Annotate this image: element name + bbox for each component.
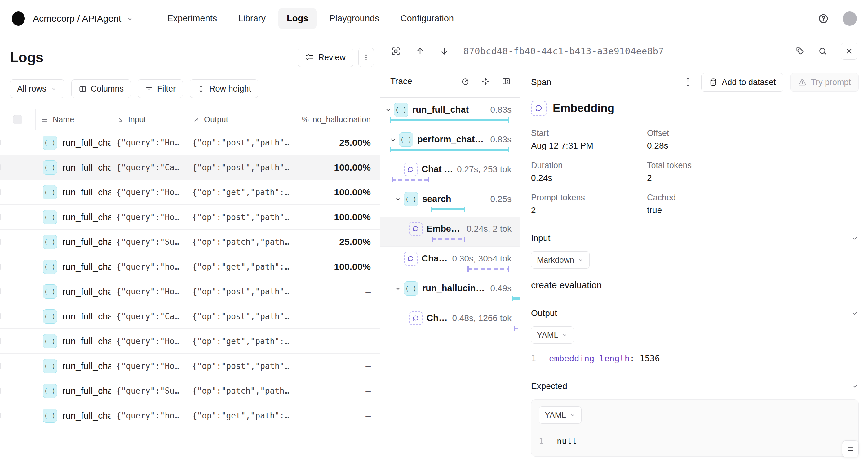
toolbar-button-label: Columns	[91, 84, 124, 94]
toolbar-button-label: Row height	[209, 84, 251, 94]
row-checkbox[interactable]	[0, 289, 1, 294]
table-row[interactable]: ( )run_full_chat{"query":"Ho…{"op":"post…	[0, 279, 380, 304]
row-checkbox[interactable]	[0, 363, 1, 369]
filter-button[interactable]: Filter	[137, 80, 183, 98]
row-name-cell: ( )run_full_chat	[35, 160, 111, 175]
table-row[interactable]: ( )run_full_chat{"query":"Su…{"op":"patc…	[0, 230, 380, 254]
trace-span-row[interactable]: Chat …0.30s, 3054 tok	[380, 246, 520, 276]
expand-fullscreen-button[interactable]	[391, 46, 401, 56]
row-height-button[interactable]: Row height	[190, 80, 258, 98]
table-row[interactable]: ( )run_full_chat{"query":"ho…{"op":"get"…	[0, 254, 380, 279]
span-detail-panel: Span Add to dataset	[521, 65, 868, 469]
avatar[interactable]	[843, 11, 857, 26]
table-row[interactable]: ( )run_full_chat{"query":"Ca…{"op":"post…	[0, 304, 380, 329]
expected-format-select[interactable]: YAML	[539, 406, 582, 424]
tab-configuration[interactable]: Configuration	[392, 8, 462, 29]
output-code-line: 1 embedding_length: 1536	[531, 354, 859, 363]
chevron-down-icon[interactable]	[850, 382, 859, 390]
columns-button[interactable]: Columns	[71, 80, 131, 98]
row-checkbox[interactable]	[0, 239, 1, 245]
code-span-icon: ( )	[43, 136, 57, 150]
column-header-input[interactable]: Input	[111, 110, 187, 130]
chevron-down-icon[interactable]	[394, 285, 402, 293]
trace-span-row[interactable]: ( )perform_chat_st…0.83s	[380, 127, 520, 157]
chevron-down-icon[interactable]	[389, 136, 397, 144]
trace-span-line: Cha…0.48s, 1266 tok	[380, 306, 520, 325]
trace-span-row[interactable]: Embed…0.24s, 2 tok	[380, 217, 520, 246]
tab-experiments[interactable]: Experiments	[159, 8, 225, 29]
table-row[interactable]: ( )run_full_chat{"query":"Ho…{"op":"post…	[0, 205, 380, 230]
row-checkbox[interactable]	[0, 313, 1, 319]
outline-menu-button[interactable]	[842, 440, 859, 457]
select-all-checkbox[interactable]	[13, 115, 22, 124]
column-header-no_hallucination[interactable]: %no_hallucination	[292, 110, 380, 130]
row-checkbox[interactable]	[0, 264, 1, 269]
row-checkbox[interactable]	[0, 214, 1, 220]
row-name-cell: ( )run_full_chat	[35, 210, 111, 224]
search-button[interactable]	[818, 46, 828, 56]
tab-library[interactable]: Library	[230, 8, 274, 29]
row-name: run_full_chat	[62, 237, 111, 247]
row-score: 100.00%	[292, 212, 380, 223]
table-row[interactable]: ( )run_full_chat{"query":"Ho…{"op":"get"…	[0, 180, 380, 205]
chevron-down-icon[interactable]	[850, 309, 859, 317]
row-output: {"op":"get","path":…	[187, 262, 292, 271]
row-input: {"query":"Ca…	[111, 163, 187, 172]
chevron-down-icon	[569, 412, 576, 418]
more-options-button[interactable]	[359, 48, 374, 67]
input-format-select[interactable]: Markdown	[531, 251, 590, 269]
row-checkbox[interactable]	[0, 413, 1, 418]
trace-span-row[interactable]: ( )search0.25s	[380, 187, 520, 217]
row-score: –	[292, 410, 380, 421]
row-checkbox[interactable]	[0, 140, 1, 145]
trace-span-row[interactable]: Cha…0.48s, 1266 tok	[380, 306, 520, 336]
row-checkbox[interactable]	[0, 388, 1, 393]
chevron-down-icon[interactable]	[384, 106, 392, 114]
row-checkbox[interactable]	[0, 338, 1, 344]
panel-collapse-icon	[502, 77, 511, 86]
expected-section-title: Expected	[531, 381, 567, 391]
workspace-switcher[interactable]: Acmecorp / APIAgent	[33, 13, 134, 24]
trace-id-bar: 870bcd48-fb40-44c1-b413-a3e9104ee8b7	[380, 37, 868, 65]
trace-span-row[interactable]: Chat C…0.27s, 253 tok	[380, 157, 520, 187]
next-row-button[interactable]	[439, 46, 449, 56]
timing-toggle-button[interactable]	[461, 77, 470, 86]
timeline-bar	[512, 297, 520, 300]
help-button[interactable]	[818, 13, 829, 24]
row-output: {"op":"post","path"…	[187, 361, 292, 371]
previous-row-button[interactable]	[415, 46, 425, 56]
trace-span-row[interactable]: ( )run_full_chat0.83s	[380, 98, 520, 127]
table-row[interactable]: ( )run_full_chat{"query":"ho…{"op":"get"…	[0, 403, 380, 428]
trace-span-row[interactable]: ( )run_hallucinati…0.49s	[380, 276, 520, 306]
table-row[interactable]: ( )run_full_chat{"query":"Ho…{"op":"post…	[0, 130, 380, 155]
table-row[interactable]: ( )run_full_chat{"query":"Su…{"op":"patc…	[0, 378, 380, 403]
tab-playgrounds[interactable]: Playgrounds	[321, 8, 388, 29]
field-label: Cached	[647, 193, 859, 203]
table-row[interactable]: ( )run_full_chat{"query":"Ho…{"op":"get"…	[0, 329, 380, 354]
try-prompt-label: Try prompt	[811, 78, 851, 87]
table-row[interactable]: ( )run_full_chat{"query":"Ca…{"op":"post…	[0, 155, 380, 180]
input-format-value: Markdown	[537, 255, 574, 265]
resize-handle-button[interactable]	[683, 78, 692, 87]
span-field-prompt-tokens: Prompt tokens2	[531, 193, 647, 215]
chevron-down-icon[interactable]	[394, 195, 402, 203]
row-checkbox[interactable]	[0, 165, 1, 170]
collapse-panel-button[interactable]	[502, 77, 511, 86]
chevron-down-icon[interactable]	[850, 234, 859, 242]
close-inspector-button[interactable]	[841, 43, 858, 60]
arrow-up-icon	[415, 46, 425, 56]
add-to-dataset-button[interactable]: Add to dataset	[701, 73, 783, 91]
row-checkbox[interactable]	[0, 189, 1, 195]
table-row[interactable]: ( )run_full_chat{"query":"Ho…{"op":"post…	[0, 354, 380, 378]
output-format-select[interactable]: YAML	[531, 326, 574, 344]
field-value: Aug 12 7:31 PM	[531, 141, 647, 151]
all-rows-button[interactable]: All rows	[10, 80, 64, 98]
tag-button[interactable]	[795, 46, 805, 56]
try-prompt-button[interactable]: Try prompt	[790, 73, 859, 91]
review-button[interactable]: Review	[298, 48, 353, 67]
tab-logs[interactable]: Logs	[278, 8, 316, 29]
row-name-cell: ( )run_full_chat	[35, 235, 111, 249]
collapse-all-button[interactable]	[481, 77, 490, 86]
column-header-name[interactable]: Name	[35, 110, 111, 130]
column-header-output[interactable]: Output	[187, 110, 292, 130]
